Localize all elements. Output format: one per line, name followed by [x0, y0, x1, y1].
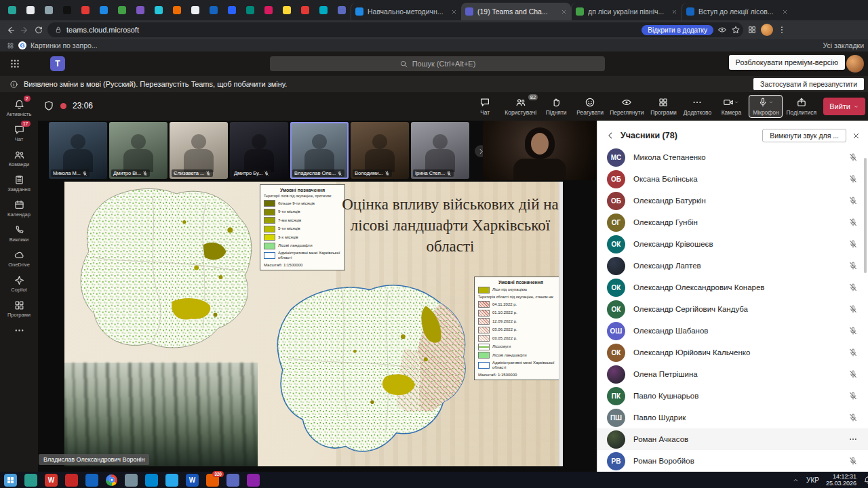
participant-row[interactable]: ОГОлександр Гунбін — [597, 211, 868, 233]
browser-tab-named-0[interactable]: Навчально-методичн... — [351, 3, 461, 20]
browser-tab-15[interactable] — [278, 2, 295, 18]
mic-off-icon[interactable] — [848, 326, 858, 336]
extensions-icon[interactable] — [747, 25, 757, 35]
forward-icon[interactable] — [20, 25, 30, 35]
notifications-icon[interactable] — [863, 476, 868, 485]
mic-off-icon[interactable] — [848, 239, 858, 249]
mic-off-icon[interactable] — [848, 369, 858, 379]
tab-close-icon[interactable] — [451, 9, 457, 15]
rail-item-Copilot[interactable]: Copilot — [1, 274, 37, 293]
search-input[interactable]: Пошук (Ctrl+Alt+E) — [270, 56, 605, 71]
rail-item-Команди[interactable]: Команди — [1, 149, 37, 167]
bookmark-item[interactable]: Картинки по запро... — [31, 41, 98, 49]
browser-tab-1[interactable] — [22, 2, 39, 18]
participant-row[interactable]: РВРоман Воробйов — [597, 450, 868, 472]
mic-off-icon[interactable] — [848, 196, 858, 205]
reload-icon[interactable] — [34, 25, 43, 35]
app-gray-icon[interactable] — [125, 474, 138, 487]
rail-item-Календар[interactable]: Календар — [1, 199, 37, 218]
start-icon[interactable] — [4, 474, 17, 487]
browser-tab-11[interactable] — [205, 2, 222, 18]
video-thumb-2[interactable]: Єлизавета ... — [170, 122, 228, 179]
control-Користувачі[interactable]: 82Користувачі — [502, 96, 538, 117]
mic-off-icon[interactable] — [848, 304, 858, 314]
participant-row[interactable]: Олена Петрішина — [597, 363, 868, 385]
browser-tab-2[interactable] — [40, 2, 57, 18]
clock[interactable]: 14:12:31 25.03.2026 — [826, 473, 856, 487]
mic-off-icon[interactable] — [848, 456, 858, 466]
video-thumb-6[interactable]: Ірина Степ... — [411, 122, 469, 179]
control-Вийти[interactable]: Вийти — [823, 98, 865, 115]
control-Реагувати[interactable]: Реагувати — [574, 96, 606, 117]
participant-row[interactable]: ОКОлександр Сергійович Кандуба — [597, 298, 868, 320]
browser-tab-4[interactable] — [77, 2, 94, 18]
app-red-icon[interactable] — [65, 474, 78, 487]
tab-close-icon[interactable] — [561, 9, 567, 15]
app-blue-icon[interactable] — [85, 474, 98, 487]
browser-tab-16[interactable] — [296, 2, 313, 18]
chrome-icon[interactable] — [106, 474, 117, 486]
open-in-app-button[interactable]: Відкрити в додатку — [642, 25, 713, 35]
participant-row[interactable]: Олександр Лаптев — [597, 255, 868, 277]
browser-tab-14[interactable] — [260, 2, 277, 18]
app-indigo-icon[interactable] — [226, 474, 239, 487]
participant-row[interactable]: ОКОлександр Олександрович Конарев — [597, 277, 868, 298]
presenter-video[interactable] — [483, 121, 597, 180]
browser-menu-icon[interactable] — [777, 25, 787, 35]
browser-tab-named-1[interactable]: (19) Teams and Cha... — [461, 3, 571, 20]
browser-tab-10[interactable] — [186, 2, 203, 18]
browser-profile-avatar[interactable] — [761, 24, 773, 36]
video-thumb-4[interactable]: Владислав Оле... — [290, 122, 349, 179]
all-bookmarks[interactable]: Усі закладки — [823, 41, 864, 49]
apps-grid-icon[interactable] — [7, 42, 14, 49]
bookmark-star-icon[interactable] — [731, 25, 741, 35]
mic-off-icon[interactable] — [848, 218, 858, 227]
rail-item-Програми[interactable]: Програми — [1, 300, 37, 318]
mute-all-button[interactable]: Вимкнути звук для ... — [762, 129, 846, 142]
video-thumb-0[interactable]: Микола М... — [49, 122, 107, 179]
waffle-icon[interactable] — [9, 58, 20, 69]
browser-tab-12[interactable] — [223, 2, 240, 18]
rail-item-Завдання[interactable]: Завдання — [1, 174, 37, 192]
video-thumb-3[interactable]: Дмитро Бу... — [230, 122, 288, 179]
app-orange-icon[interactable]: 320 — [206, 474, 219, 487]
rail-item-Активність[interactable]: 2Активність — [1, 99, 37, 117]
mic-off-icon[interactable] — [848, 261, 858, 270]
control-Переглянути[interactable]: Переглянути — [608, 96, 646, 117]
tab-close-icon[interactable] — [671, 9, 677, 15]
browser-tab-7[interactable] — [132, 2, 149, 18]
wps-icon[interactable]: W — [45, 474, 58, 487]
apply-restart-button[interactable]: Застосувати й перезапустити — [753, 78, 864, 90]
mic-off-icon[interactable] — [848, 152, 858, 162]
tray-expand-icon[interactable] — [792, 476, 800, 484]
back-icon[interactable] — [606, 131, 615, 140]
panel-scrollbar[interactable] — [864, 158, 867, 273]
participant-row[interactable]: ПКПавло Кушнарьов — [597, 385, 868, 407]
tab-close-icon[interactable] — [782, 9, 788, 15]
app-teal-icon[interactable] — [24, 474, 37, 487]
participant-row[interactable]: ОКОлександр Юрійович Кальченко — [597, 342, 868, 363]
telegram-icon[interactable] — [165, 474, 178, 487]
control-Підняти[interactable]: Підняти — [540, 96, 572, 117]
app-purple-icon[interactable] — [247, 474, 260, 487]
participant-row[interactable]: Роман Ачкасов — [597, 428, 868, 450]
word-icon[interactable]: W — [186, 474, 199, 487]
browser-tab-18[interactable] — [333, 2, 350, 18]
control-Поділитися[interactable]: Поділитися — [784, 96, 818, 117]
control-Додатково[interactable]: Додатково — [681, 96, 713, 117]
browser-tab-8[interactable] — [150, 2, 167, 18]
control-Камера[interactable]: Камера — [715, 96, 747, 117]
participant-row[interactable]: ОШОлександр Шабанов — [597, 320, 868, 342]
mic-off-icon[interactable] — [848, 283, 858, 292]
video-thumb-1[interactable]: Дмитро Ві... — [109, 122, 167, 179]
mic-off-icon[interactable] — [848, 391, 858, 401]
participant-row[interactable]: ПШПавло Шудрик — [597, 407, 868, 428]
panel-close-icon[interactable] — [852, 131, 861, 140]
rail-item-Чат[interactable]: 17Чат — [1, 124, 37, 142]
control-Чат[interactable]: Чат — [469, 96, 501, 117]
row-menu-icon[interactable] — [848, 434, 858, 444]
control-Програми[interactable]: Програми — [647, 96, 679, 117]
participant-row[interactable]: ОБОксана Бєлінська — [597, 168, 868, 190]
control-Мікрофон[interactable]: Мікрофон — [749, 95, 783, 118]
browser-tab-named-2[interactable]: дп ліси україни північ... — [571, 3, 682, 20]
